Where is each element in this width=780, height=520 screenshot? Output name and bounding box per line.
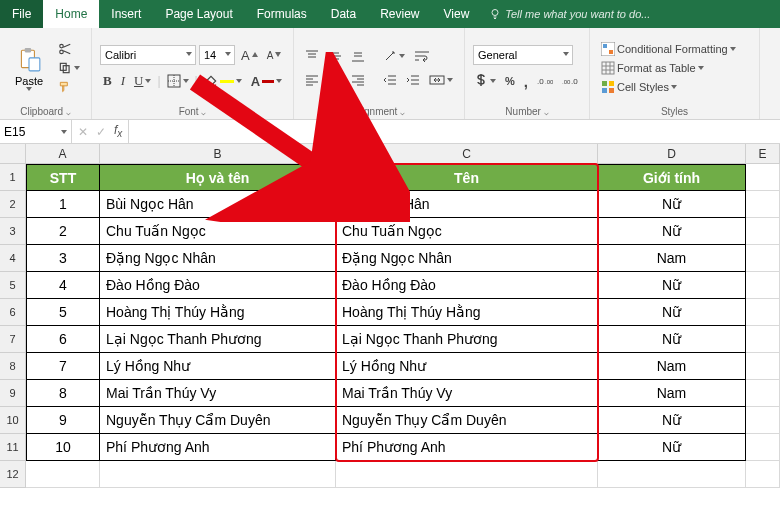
cell[interactable]: Chu Tuấn Ngọc: [336, 218, 598, 245]
row-header[interactable]: 6: [0, 299, 26, 326]
col-header-E[interactable]: E: [746, 144, 780, 163]
orientation-button[interactable]: [380, 47, 408, 65]
cell[interactable]: [100, 461, 336, 488]
cell[interactable]: Nam: [598, 245, 746, 272]
cut-button[interactable]: [55, 40, 75, 58]
cell[interactable]: 6: [26, 326, 100, 353]
align-bottom-button[interactable]: [348, 47, 368, 65]
cell[interactable]: [746, 326, 780, 353]
cell[interactable]: Nữ: [598, 407, 746, 434]
underline-button[interactable]: U: [131, 71, 154, 91]
cell[interactable]: Nữ: [598, 218, 746, 245]
cell[interactable]: 5: [26, 299, 100, 326]
font-family-select[interactable]: Calibri: [100, 45, 196, 65]
cell[interactable]: Lý Hồng Như: [336, 353, 598, 380]
cell[interactable]: Lại Ngọc Thanh Phương: [100, 326, 336, 353]
cell[interactable]: Nữ: [598, 434, 746, 461]
cancel-formula-icon[interactable]: ✕: [78, 125, 88, 139]
cell[interactable]: Giới tính: [598, 164, 746, 191]
tab-file[interactable]: File: [0, 0, 43, 28]
conditional-formatting-button[interactable]: Conditional Formatting: [598, 40, 751, 58]
cell[interactable]: Mai Trần Thúy Vy: [100, 380, 336, 407]
cell[interactable]: [336, 461, 598, 488]
row-header[interactable]: 5: [0, 272, 26, 299]
cell[interactable]: Lại Ngọc Thanh Phương: [336, 326, 598, 353]
cell[interactable]: [746, 353, 780, 380]
cell[interactable]: Đặng Ngọc Nhân: [336, 245, 598, 272]
align-left-button[interactable]: [302, 71, 322, 89]
cell[interactable]: 10: [26, 434, 100, 461]
row-header[interactable]: 11: [0, 434, 26, 461]
format-painter-button[interactable]: [55, 78, 75, 96]
cell[interactable]: 9: [26, 407, 100, 434]
cell[interactable]: Nguyễn Thụy Cẩm Duyên: [100, 407, 336, 434]
cell[interactable]: [746, 272, 780, 299]
number-format-select[interactable]: General: [473, 45, 573, 65]
row-header[interactable]: 10: [0, 407, 26, 434]
row-header[interactable]: 1: [0, 164, 26, 191]
tab-view[interactable]: View: [432, 0, 482, 28]
cell[interactable]: Nữ: [598, 272, 746, 299]
grow-font-button[interactable]: A: [238, 46, 261, 65]
col-header-B[interactable]: B: [100, 144, 336, 163]
align-middle-button[interactable]: [325, 47, 345, 65]
row-header[interactable]: 8: [0, 353, 26, 380]
tab-home[interactable]: Home: [43, 0, 99, 28]
cell[interactable]: 1: [26, 191, 100, 218]
cell[interactable]: Chu Tuấn Ngọc: [100, 218, 336, 245]
cell[interactable]: Hoàng Thị Thúy Hằng: [100, 299, 336, 326]
cell[interactable]: Phí Phương Anh: [336, 434, 598, 461]
cell[interactable]: Hoàng Thị Thúy Hằng: [336, 299, 598, 326]
cell[interactable]: Đặng Ngọc Nhân: [100, 245, 336, 272]
cell[interactable]: [746, 461, 780, 488]
row-header[interactable]: 7: [0, 326, 26, 353]
cell[interactable]: Đào Hồng Đào: [100, 272, 336, 299]
borders-button[interactable]: [164, 72, 192, 90]
name-box[interactable]: E15: [0, 120, 72, 143]
bold-button[interactable]: B: [100, 71, 115, 91]
increase-decimal-button[interactable]: .0.00: [534, 73, 556, 89]
cell[interactable]: [746, 164, 780, 191]
cell[interactable]: [746, 299, 780, 326]
cell[interactable]: Họ và tên: [100, 164, 336, 191]
font-color-button[interactable]: A: [248, 72, 285, 91]
comma-button[interactable]: ,: [521, 71, 531, 92]
shrink-font-button[interactable]: A: [264, 48, 285, 63]
row-header[interactable]: 3: [0, 218, 26, 245]
cell[interactable]: Nguyễn Thụy Cẩm Duyên: [336, 407, 598, 434]
align-center-button[interactable]: [325, 71, 345, 89]
cell[interactable]: [746, 434, 780, 461]
cell[interactable]: Phí Phương Anh: [100, 434, 336, 461]
tab-data[interactable]: Data: [319, 0, 368, 28]
tab-formulas[interactable]: Formulas: [245, 0, 319, 28]
align-top-button[interactable]: [302, 47, 322, 65]
cell[interactable]: [598, 461, 746, 488]
cell[interactable]: Nữ: [598, 191, 746, 218]
percent-button[interactable]: %: [502, 73, 518, 89]
tab-insert[interactable]: Insert: [99, 0, 153, 28]
cell[interactable]: Nữ: [598, 299, 746, 326]
cell[interactable]: Đào Hồng Đào: [336, 272, 598, 299]
cell[interactable]: [26, 461, 100, 488]
cell[interactable]: Nữ: [598, 326, 746, 353]
italic-button[interactable]: I: [118, 71, 128, 91]
formula-input[interactable]: [129, 120, 780, 143]
fx-icon[interactable]: fx: [114, 123, 122, 139]
confirm-formula-icon[interactable]: ✓: [96, 125, 106, 139]
row-header[interactable]: 4: [0, 245, 26, 272]
cell[interactable]: [746, 407, 780, 434]
cell[interactable]: STT: [26, 164, 100, 191]
cell[interactable]: [746, 218, 780, 245]
cell[interactable]: Mai Trần Thúy Vy: [336, 380, 598, 407]
merge-center-button[interactable]: [426, 71, 456, 89]
cell[interactable]: 7: [26, 353, 100, 380]
tell-me-search[interactable]: Tell me what you want to do...: [489, 0, 650, 28]
cell[interactable]: Tên: [336, 164, 598, 191]
decrease-decimal-button[interactable]: .00.0: [559, 73, 581, 89]
cell[interactable]: Bùi Ngọc Hân: [336, 191, 598, 218]
row-header[interactable]: 12: [0, 461, 26, 488]
col-header-C[interactable]: C: [336, 144, 598, 163]
cell-styles-button[interactable]: Cell Styles: [598, 78, 751, 96]
font-size-select[interactable]: 14: [199, 45, 235, 65]
row-header[interactable]: 9: [0, 380, 26, 407]
